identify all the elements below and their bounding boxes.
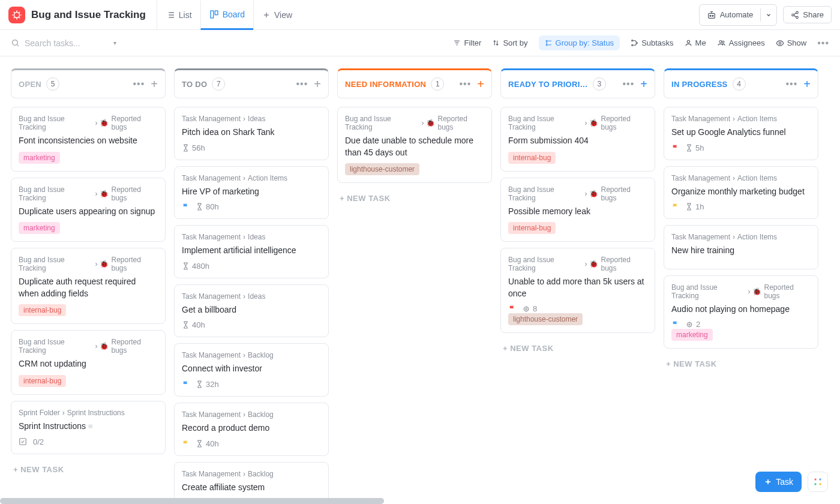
tag[interactable]: lighthouse-customer [508,313,583,325]
crumb-list: Action Items [737,233,777,241]
task-card[interactable]: Bug and Issue Tracking›🐞Reported bugsDue… [337,107,492,183]
tag[interactable]: marketing [19,222,60,234]
tag[interactable]: marketing [671,329,713,341]
column-more-button[interactable]: ••• [623,79,635,89]
column-add-button[interactable]: + [314,78,321,90]
groupby-button[interactable]: Group by: Status [539,35,620,50]
task-card[interactable]: Sprint Folder›Sprint InstructionsSprint … [11,401,166,454]
column-count-badge: 5 [46,77,59,91]
column-add-button[interactable]: + [803,78,811,90]
svg-line-20 [17,44,19,46]
crumb-folder: Task Management [671,174,730,182]
task-card[interactable]: Bug and Issue Tracking›🐞Reported bugsDup… [11,248,166,324]
tab-add-view[interactable]: View [253,0,301,29]
new-task-fab[interactable]: Task [755,472,802,492]
new-task-button[interactable]: + NEW TASK [11,460,166,479]
task-card[interactable]: Task Management›BacklogRecord a product … [174,403,329,456]
new-task-button[interactable]: + NEW TASK [337,189,492,208]
new-task-button[interactable]: + NEW TASK [664,355,818,373]
task-card[interactable]: Bug and Issue Tracking›🐞Reported bugsAud… [664,275,818,349]
chevron-right-icon: › [584,119,587,127]
sortby-button[interactable]: Sort by [492,38,527,47]
breadcrumb: Sprint Folder›Sprint Instructions [19,409,158,417]
column-add-button[interactable]: + [477,78,484,90]
task-card[interactable]: Bug and Issue Tracking›🐞Reported bugsCRM… [11,330,166,395]
breadcrumb: Bug and Issue Tracking›🐞Reported bugs [671,283,811,300]
column-more-button[interactable]: ••• [296,79,308,89]
hourglass-icon [182,321,190,329]
task-card[interactable]: Task Management›Action ItemsSet up Googl… [664,107,818,160]
task-card[interactable]: Task Management›IdeasPitch idea on Shark… [174,107,329,160]
horizontal-scrollbar[interactable] [0,498,384,504]
task-card[interactable]: Task Management›Action ItemsNew hire tra… [664,225,818,269]
task-card[interactable]: Task Management›IdeasImplement artificia… [174,225,329,278]
column-header[interactable]: READY TO PRIORI…3•••+ [500,68,655,98]
chevron-down-icon[interactable]: ▾ [113,40,116,46]
tag[interactable]: internal-bug [508,222,556,234]
card-tags: marketing [19,222,158,234]
filter-button[interactable]: Filter [453,38,481,47]
crumb-list: Reported bugs [601,185,647,202]
assignees-button[interactable]: Assignees [717,38,765,47]
chevron-right-icon: › [733,174,735,182]
show-button[interactable]: Show [776,38,807,47]
automate-button[interactable]: Automate [699,4,778,26]
column-header[interactable]: NEED INFORMATION1•••+ [337,68,492,98]
task-card[interactable]: Bug and Issue Tracking›🐞Reported bugsDup… [11,178,166,242]
column-header[interactable]: OPEN5•••+ [11,68,166,98]
crumb-folder: Task Management [182,410,241,419]
tag[interactable]: lighthouse-customer [345,163,419,175]
search-input[interactable] [25,38,109,48]
column-add-button[interactable]: + [151,78,158,90]
task-card[interactable]: Task Management›IdeasGet a billboard40h [174,284,329,338]
column-title: READY TO PRIORI… [508,80,588,89]
description-icon: ≡ [88,422,93,431]
me-button[interactable]: Me [685,38,706,47]
new-task-button[interactable]: + NEW TASK [500,339,655,358]
tag[interactable]: internal-bug [508,152,556,164]
tag[interactable]: internal-bug [19,375,66,387]
tab-board-label: Board [223,10,245,19]
column-count-badge: 3 [593,77,606,91]
svg-rect-7 [211,11,214,18]
chevron-right-icon: › [95,119,97,127]
more-menu-button[interactable]: ••• [817,38,829,49]
column-header[interactable]: IN PROGRESS4•••+ [664,68,818,98]
column-add-button[interactable]: + [640,78,647,90]
task-card[interactable]: Bug and Issue Tracking›🐞Reported bugsUna… [500,248,655,333]
apps-button[interactable] [808,472,828,492]
task-card[interactable]: Bug and Issue Tracking›🐞Reported bugsFor… [500,107,655,172]
board-column: TO DO7•••+Task Management›IdeasPitch ide… [174,68,329,504]
chevron-right-icon: › [95,190,97,198]
column-more-button[interactable]: ••• [786,79,798,89]
tab-list[interactable]: List [157,0,200,29]
subtasks-button[interactable]: Subtasks [631,38,673,47]
task-card[interactable]: Bug and Issue Tracking›🐞Reported bugsFon… [11,107,166,172]
chevron-right-icon: › [95,260,97,268]
column-more-button[interactable]: ••• [460,79,472,89]
bug-icon: 🐞 [589,119,598,127]
search-wrap[interactable]: ▾ [11,38,143,48]
tag[interactable]: internal-bug [19,304,66,316]
tab-board[interactable]: Board [200,1,253,30]
task-card[interactable]: Task Management›Action ItemsHire VP of m… [174,166,329,220]
app-logo[interactable] [8,7,25,23]
task-card[interactable]: Task Management›Action ItemsOrganize mon… [664,166,818,220]
card-meta: 1h [671,202,811,211]
crumb-folder: Bug and Issue Tracking [508,185,582,202]
chevron-down-icon[interactable] [760,8,776,22]
task-card[interactable]: Task Management›BacklogConnect with inve… [174,343,329,397]
crumb-folder: Bug and Issue Tracking [508,115,582,131]
svg-point-43 [819,483,821,485]
share-button[interactable]: Share [783,6,832,23]
card-title: Get a billboard [182,304,321,316]
tag[interactable]: marketing [19,152,60,164]
bug-icon: 🐞 [100,119,109,127]
svg-point-31 [722,41,724,43]
column-more-button[interactable]: ••• [133,79,145,89]
share-icon [791,11,799,19]
crumb-list: Reported bugs [601,256,647,272]
card-title: Possible memory leak [508,206,647,218]
task-card[interactable]: Bug and Issue Tracking›🐞Reported bugsPos… [500,178,655,242]
column-header[interactable]: TO DO7•••+ [174,68,329,98]
